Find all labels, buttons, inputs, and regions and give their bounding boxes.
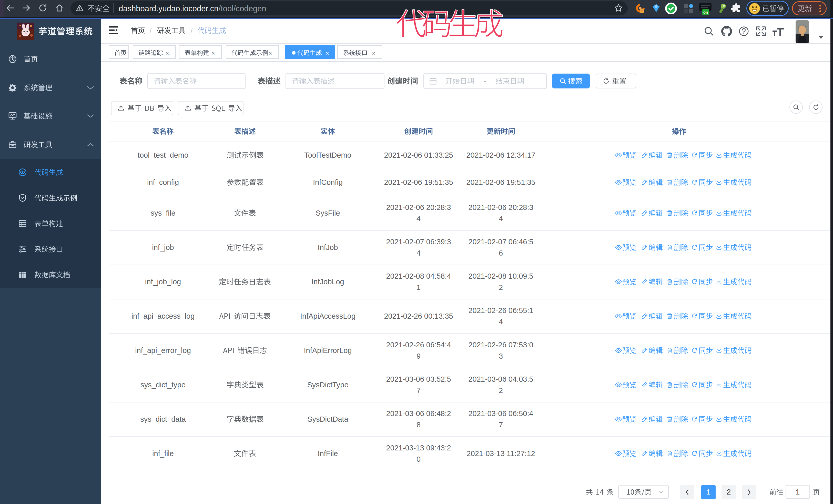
svg-text:1: 1 [641,9,643,13]
svg-text:on: on [703,10,708,14]
